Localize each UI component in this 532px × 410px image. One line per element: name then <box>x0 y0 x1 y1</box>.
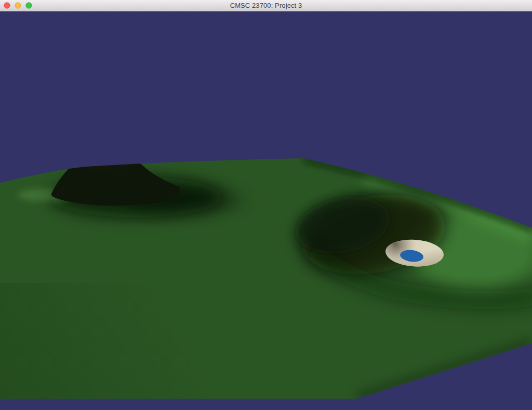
opengl-viewport[interactable] <box>0 11 532 410</box>
minimize-button[interactable] <box>15 2 21 9</box>
close-button[interactable] <box>4 2 10 9</box>
title-bar[interactable]: CMSC 23700: Project 3 <box>0 0 532 11</box>
app-window: CMSC 23700: Project 3 <box>0 0 532 410</box>
window-title: CMSC 23700: Project 3 <box>230 0 302 11</box>
window-controls <box>4 0 32 11</box>
zoom-button[interactable] <box>25 2 32 9</box>
corner-vignette <box>0 283 218 399</box>
